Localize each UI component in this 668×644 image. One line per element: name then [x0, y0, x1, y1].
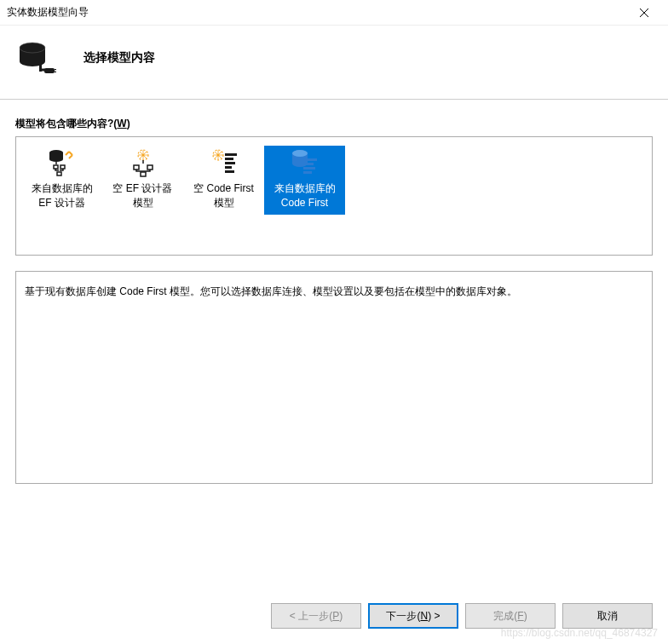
close-icon: [640, 9, 648, 17]
svg-rect-26: [303, 158, 317, 161]
wizard-button-row: < 上一步(P) 下一步(N) > 完成(F) 取消: [271, 603, 653, 629]
close-button[interactable]: [627, 1, 661, 25]
svg-rect-10: [60, 165, 65, 169]
title-bar: 实体数据模型向导: [0, 0, 668, 26]
option-empty-ef-designer[interactable]: 空 EF 设计器 模型: [102, 146, 183, 215]
svg-rect-9: [54, 165, 58, 169]
option-description: 基于现有数据库创建 Code First 模型。您可以选择数据库连接、模型设置以…: [15, 271, 653, 484]
option-label-line2: 模型: [183, 196, 264, 210]
svg-rect-22: [225, 166, 232, 169]
wizard-heading: 选择模型内容: [84, 50, 155, 66]
svg-rect-6: [55, 69, 56, 70]
svg-rect-20: [225, 158, 233, 160]
wizard-header-icon: [17, 37, 60, 78]
svg-rect-5: [44, 68, 55, 73]
option-label-line2: 模型: [102, 196, 183, 210]
svg-rect-15: [147, 165, 153, 170]
svg-rect-21: [225, 162, 235, 164]
option-label-line1: 来自数据库的: [264, 181, 345, 196]
option-label-line1: 来自数据库的: [21, 181, 102, 196]
previous-button[interactable]: < 上一步(P): [271, 603, 361, 629]
option-empty-code-first[interactable]: 空 Code First 模型: [183, 146, 264, 215]
db-codefirst-icon: [264, 147, 345, 178]
wizard-content: 模型将包含哪些内容?(W) 来自数据库的 EF 设计器: [0, 100, 668, 484]
db-designer-icon: [21, 147, 102, 178]
svg-point-25: [292, 150, 308, 157]
finish-button[interactable]: 完成(F): [465, 603, 556, 629]
option-label-line2: EF 设计器: [21, 196, 102, 210]
watermark-text: https://blog.csdn.net/qq_46874327: [501, 627, 658, 639]
svg-rect-19: [225, 153, 237, 156]
empty-designer-icon: [102, 147, 183, 178]
option-label-line1: 空 EF 设计器: [102, 181, 183, 196]
window-title: 实体数据模型向导: [7, 5, 627, 20]
option-code-first-from-db[interactable]: 来自数据库的 Code First: [264, 146, 345, 215]
svg-rect-11: [57, 172, 61, 175]
svg-rect-27: [303, 163, 314, 165]
empty-codefirst-icon: [183, 147, 264, 178]
option-label-line1: 空 Code First: [183, 181, 264, 196]
prompt-label: 模型将包含哪些内容?(W): [15, 117, 653, 131]
cancel-button[interactable]: 取消: [562, 603, 653, 629]
next-button[interactable]: 下一步(N) >: [368, 603, 458, 629]
svg-rect-7: [55, 72, 56, 72]
svg-rect-4: [39, 63, 42, 72]
svg-rect-29: [303, 171, 312, 174]
option-label-line2: Code First: [264, 196, 345, 210]
model-options-list: 来自数据库的 EF 设计器 空 EF 设计器 模型: [15, 136, 653, 256]
svg-rect-28: [303, 167, 315, 170]
svg-rect-16: [141, 172, 146, 176]
option-ef-designer-from-db[interactable]: 来自数据库的 EF 设计器: [21, 146, 102, 215]
svg-rect-14: [134, 165, 139, 170]
wizard-header: 选择模型内容: [0, 26, 668, 100]
svg-rect-23: [225, 170, 234, 173]
